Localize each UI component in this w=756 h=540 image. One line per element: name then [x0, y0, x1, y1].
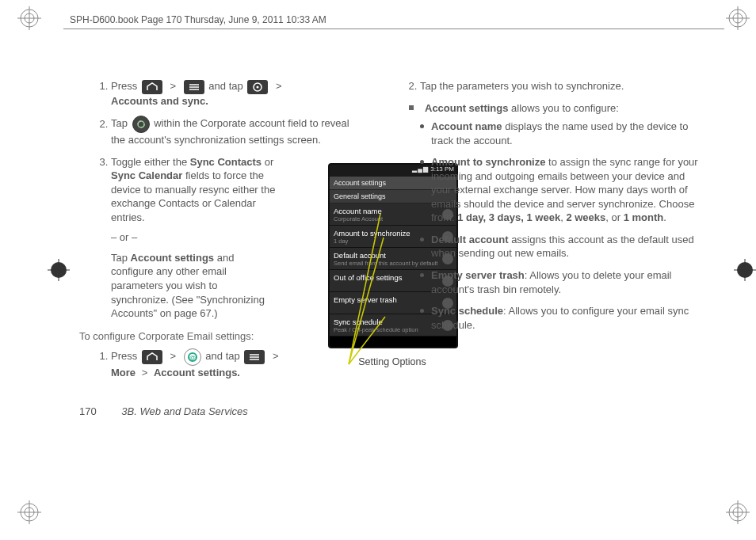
section-title: 3B. Web and Data Services: [121, 405, 247, 417]
option-value: 1 month: [624, 211, 664, 223]
registration-mark-icon: [726, 500, 750, 524]
option-label: Empty server trash: [431, 269, 525, 281]
menu-key-icon: [244, 350, 265, 364]
procedure-list: Press > and tap > Accounts and sync. Tap: [79, 79, 365, 321]
chevron-separator: >: [170, 79, 176, 93]
chevron-separator: >: [170, 349, 176, 363]
menu-path: Accounts and sync.: [111, 95, 208, 107]
option-label: Default account: [431, 234, 509, 245]
registration-mark-icon: [17, 6, 41, 30]
option-label: Sync Contacts: [190, 156, 262, 168]
svg-text:@: @: [189, 354, 196, 361]
option-label: Sync schedule: [431, 305, 503, 317]
registration-mark-icon: [726, 6, 750, 30]
settings-gear-icon: [247, 80, 268, 94]
menu-path: Account settings.: [154, 367, 240, 378]
text: Press: [111, 80, 137, 92]
procedure-list-right: Tap the parameters you wish to synchroni…: [388, 79, 705, 93]
text: and tap: [205, 350, 239, 362]
home-key-icon: [142, 350, 162, 364]
page-footer: 170 3B. Web and Data Services: [79, 405, 248, 417]
list-item: Default account assigns this account as …: [431, 233, 705, 260]
step-2r: Tap the parameters you wish to synchroni…: [420, 79, 705, 93]
menu-key-icon: [184, 80, 204, 94]
email-app-icon: @: [184, 348, 201, 366]
list-item: Sync schedule: Allows you to configure y…: [431, 304, 705, 332]
text: or: [265, 156, 274, 168]
chevron-separator: >: [273, 349, 279, 363]
text: Press: [111, 350, 137, 362]
text: Toggle either the: [111, 156, 187, 168]
header-rule: [63, 29, 724, 29]
option-label: Account settings: [131, 252, 214, 264]
home-key-icon: [142, 80, 162, 94]
step-3: Toggle either the Sync Contacts or Sync …: [111, 155, 365, 321]
menu-path: More: [111, 367, 136, 378]
fold-mark-icon: [48, 259, 70, 281]
step-2: Tap within the Corporate account field t…: [111, 116, 365, 147]
option-value: 1 week: [526, 211, 560, 223]
step-1b: Press > @ and tap > More > Account setti…: [111, 348, 365, 380]
text: allows you to configure:: [511, 102, 619, 114]
option-label: Account name: [431, 120, 502, 132]
running-header: SPH-D600.book Page 170 Thursday, June 9,…: [70, 14, 326, 25]
text: , or: [605, 211, 620, 223]
figure-caption: Setting Options: [333, 356, 452, 367]
chevron-separator: >: [276, 79, 282, 93]
settings-options-list: Account name displays the name used by t…: [388, 120, 705, 332]
option-label: Amount to synchronize: [431, 156, 545, 168]
page-number: 170: [79, 405, 97, 417]
text: Tap: [111, 118, 128, 130]
option-label: Sync Calendar: [111, 169, 182, 181]
svg-point-26: [257, 86, 259, 88]
list-item: Amount to synchronize to assign the sync…: [431, 155, 705, 225]
text: and tap: [208, 80, 242, 92]
or-separator: – or –: [111, 230, 277, 245]
text: Tap the parameters you wish to synchroni…: [420, 80, 624, 92]
registration-mark-icon: [17, 500, 41, 524]
list-item: Account name displays the name used by t…: [431, 120, 705, 147]
fold-mark-icon: [734, 259, 756, 281]
text: Tap: [111, 252, 128, 264]
option-value: 2 weeks: [566, 211, 605, 223]
step-1: Press > and tap > Accounts and sync.: [111, 79, 365, 108]
procedure-list-2: Press > @ and tap > More > Account setti…: [79, 348, 365, 380]
chevron-separator: >: [142, 366, 148, 380]
sub-heading: To configure Corporate Email settings:: [79, 330, 365, 342]
list-item: Empty server trash: Allows you to delete…: [431, 268, 705, 296]
option-value: 1 day, 3 days,: [457, 211, 524, 223]
sync-circle-icon: [132, 116, 150, 133]
option-label: Account settings: [425, 102, 508, 114]
account-settings-lead: Account settings allows you to configure…: [404, 101, 705, 116]
